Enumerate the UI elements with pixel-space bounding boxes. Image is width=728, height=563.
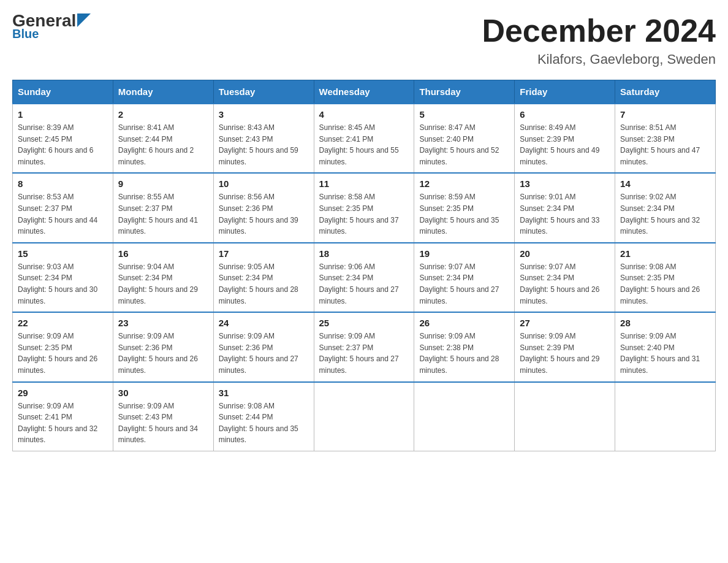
day-number: 23	[118, 318, 208, 328]
day-number: 22	[18, 318, 108, 328]
calendar-cell: 23Sunrise: 9:09 AM Sunset: 2:36 PM Dayli…	[113, 312, 213, 381]
calendar-cell: 21Sunrise: 9:08 AM Sunset: 2:35 PM Dayli…	[615, 243, 716, 312]
header-monday: Monday	[113, 80, 213, 104]
day-info: Sunrise: 9:05 AM Sunset: 2:34 PM Dayligh…	[219, 261, 309, 307]
calendar-cell: 10Sunrise: 8:56 AM Sunset: 2:36 PM Dayli…	[213, 173, 314, 242]
calendar-cell: 12Sunrise: 8:59 AM Sunset: 2:35 PM Dayli…	[414, 173, 515, 242]
day-number: 18	[319, 248, 409, 259]
calendar-week-row: 8Sunrise: 8:53 AM Sunset: 2:37 PM Daylig…	[13, 173, 716, 242]
day-number: 4	[319, 109, 409, 120]
day-info: Sunrise: 9:08 AM Sunset: 2:35 PM Dayligh…	[620, 261, 710, 307]
day-number: 9	[118, 178, 208, 189]
day-info: Sunrise: 8:53 AM Sunset: 2:37 PM Dayligh…	[18, 191, 108, 237]
logo-triangle-icon	[77, 13, 91, 27]
day-info: Sunrise: 8:58 AM Sunset: 2:35 PM Dayligh…	[319, 191, 409, 237]
day-number: 21	[620, 248, 710, 259]
calendar-week-row: 22Sunrise: 9:09 AM Sunset: 2:35 PM Dayli…	[13, 312, 716, 381]
calendar-cell	[615, 382, 716, 451]
calendar-cell: 13Sunrise: 9:01 AM Sunset: 2:34 PM Dayli…	[515, 173, 615, 242]
calendar-cell: 14Sunrise: 9:02 AM Sunset: 2:34 PM Dayli…	[615, 173, 716, 242]
calendar-cell	[414, 382, 515, 451]
day-info: Sunrise: 9:09 AM Sunset: 2:39 PM Dayligh…	[520, 331, 610, 376]
day-info: Sunrise: 9:07 AM Sunset: 2:34 PM Dayligh…	[419, 261, 509, 307]
calendar-cell: 22Sunrise: 9:09 AM Sunset: 2:35 PM Dayli…	[13, 312, 113, 381]
calendar-cell: 26Sunrise: 9:09 AM Sunset: 2:38 PM Dayli…	[414, 312, 515, 381]
calendar-cell: 30Sunrise: 9:09 AM Sunset: 2:43 PM Dayli…	[113, 382, 213, 451]
day-number: 12	[419, 178, 509, 189]
day-info: Sunrise: 9:09 AM Sunset: 2:36 PM Dayligh…	[118, 331, 208, 376]
day-number: 13	[520, 178, 610, 189]
day-info: Sunrise: 8:59 AM Sunset: 2:35 PM Dayligh…	[419, 191, 509, 237]
day-info: Sunrise: 9:07 AM Sunset: 2:34 PM Dayligh…	[520, 261, 610, 307]
day-number: 7	[620, 109, 710, 120]
day-number: 8	[18, 178, 108, 189]
day-info: Sunrise: 8:47 AM Sunset: 2:40 PM Dayligh…	[419, 122, 509, 167]
calendar-cell	[314, 382, 414, 451]
day-number: 30	[118, 388, 208, 398]
header-saturday: Saturday	[615, 80, 716, 104]
header-wednesday: Wednesday	[314, 80, 414, 104]
day-number: 1	[18, 109, 108, 120]
calendar-cell: 29Sunrise: 9:09 AM Sunset: 2:41 PM Dayli…	[13, 382, 113, 451]
day-info: Sunrise: 9:09 AM Sunset: 2:43 PM Dayligh…	[118, 400, 208, 446]
calendar-cell: 8Sunrise: 8:53 AM Sunset: 2:37 PM Daylig…	[13, 173, 113, 242]
day-number: 27	[520, 318, 610, 328]
calendar-cell: 18Sunrise: 9:06 AM Sunset: 2:34 PM Dayli…	[314, 243, 414, 312]
calendar-cell: 4Sunrise: 8:45 AM Sunset: 2:41 PM Daylig…	[314, 104, 414, 173]
day-number: 15	[18, 248, 108, 259]
calendar-cell: 19Sunrise: 9:07 AM Sunset: 2:34 PM Dayli…	[414, 243, 515, 312]
day-number: 25	[319, 318, 409, 328]
day-number: 29	[18, 388, 108, 398]
day-info: Sunrise: 9:09 AM Sunset: 2:41 PM Dayligh…	[18, 400, 108, 446]
day-info: Sunrise: 9:09 AM Sunset: 2:37 PM Dayligh…	[319, 331, 409, 376]
calendar-table: SundayMondayTuesdayWednesdayThursdayFrid…	[12, 80, 716, 451]
day-info: Sunrise: 9:01 AM Sunset: 2:34 PM Dayligh…	[520, 191, 610, 237]
day-info: Sunrise: 8:55 AM Sunset: 2:37 PM Dayligh…	[118, 191, 208, 237]
day-number: 6	[520, 109, 610, 120]
header-tuesday: Tuesday	[213, 80, 314, 104]
calendar-week-row: 1Sunrise: 8:39 AM Sunset: 2:45 PM Daylig…	[13, 104, 716, 173]
calendar-week-row: 29Sunrise: 9:09 AM Sunset: 2:41 PM Dayli…	[13, 382, 716, 451]
calendar-cell: 25Sunrise: 9:09 AM Sunset: 2:37 PM Dayli…	[314, 312, 414, 381]
day-info: Sunrise: 8:49 AM Sunset: 2:39 PM Dayligh…	[520, 122, 610, 167]
header-sunday: Sunday	[13, 80, 113, 104]
day-number: 17	[219, 248, 309, 259]
day-number: 5	[419, 109, 509, 120]
calendar-cell	[515, 382, 615, 451]
day-info: Sunrise: 8:56 AM Sunset: 2:36 PM Dayligh…	[219, 191, 309, 237]
day-number: 10	[219, 178, 309, 189]
calendar-cell: 5Sunrise: 8:47 AM Sunset: 2:40 PM Daylig…	[414, 104, 515, 173]
calendar-cell: 27Sunrise: 9:09 AM Sunset: 2:39 PM Dayli…	[515, 312, 615, 381]
calendar-cell: 6Sunrise: 8:49 AM Sunset: 2:39 PM Daylig…	[515, 104, 615, 173]
calendar-cell: 7Sunrise: 8:51 AM Sunset: 2:38 PM Daylig…	[615, 104, 716, 173]
calendar-cell: 20Sunrise: 9:07 AM Sunset: 2:34 PM Dayli…	[515, 243, 615, 312]
day-number: 26	[419, 318, 509, 328]
calendar-cell: 28Sunrise: 9:09 AM Sunset: 2:40 PM Dayli…	[615, 312, 716, 381]
day-number: 20	[520, 248, 610, 259]
calendar-cell: 1Sunrise: 8:39 AM Sunset: 2:45 PM Daylig…	[13, 104, 113, 173]
day-info: Sunrise: 8:45 AM Sunset: 2:41 PM Dayligh…	[319, 122, 409, 167]
day-number: 2	[118, 109, 208, 120]
day-info: Sunrise: 9:09 AM Sunset: 2:40 PM Dayligh…	[620, 331, 710, 376]
calendar-cell: 11Sunrise: 8:58 AM Sunset: 2:35 PM Dayli…	[314, 173, 414, 242]
page-header: General Blue December 2024 Kilafors, Gae…	[12, 12, 716, 67]
day-info: Sunrise: 9:06 AM Sunset: 2:34 PM Dayligh…	[319, 261, 409, 307]
day-number: 24	[219, 318, 309, 328]
calendar-cell: 16Sunrise: 9:04 AM Sunset: 2:34 PM Dayli…	[113, 243, 213, 312]
day-info: Sunrise: 9:08 AM Sunset: 2:44 PM Dayligh…	[219, 400, 309, 446]
calendar-cell: 9Sunrise: 8:55 AM Sunset: 2:37 PM Daylig…	[113, 173, 213, 242]
header-friday: Friday	[515, 80, 615, 104]
day-number: 31	[219, 388, 309, 398]
title-block: December 2024 Kilafors, Gaevleborg, Swed…	[482, 12, 716, 67]
day-info: Sunrise: 8:39 AM Sunset: 2:45 PM Dayligh…	[18, 122, 108, 167]
day-number: 28	[620, 318, 710, 328]
day-info: Sunrise: 9:03 AM Sunset: 2:34 PM Dayligh…	[18, 261, 108, 307]
month-title: December 2024	[482, 12, 716, 49]
calendar-cell: 17Sunrise: 9:05 AM Sunset: 2:34 PM Dayli…	[213, 243, 314, 312]
day-number: 11	[319, 178, 409, 189]
day-number: 16	[118, 248, 208, 259]
calendar-week-row: 15Sunrise: 9:03 AM Sunset: 2:34 PM Dayli…	[13, 243, 716, 312]
day-info: Sunrise: 9:04 AM Sunset: 2:34 PM Dayligh…	[118, 261, 208, 307]
calendar-header-row: SundayMondayTuesdayWednesdayThursdayFrid…	[13, 80, 716, 104]
location: Kilafors, Gaevleborg, Sweden	[482, 52, 716, 67]
